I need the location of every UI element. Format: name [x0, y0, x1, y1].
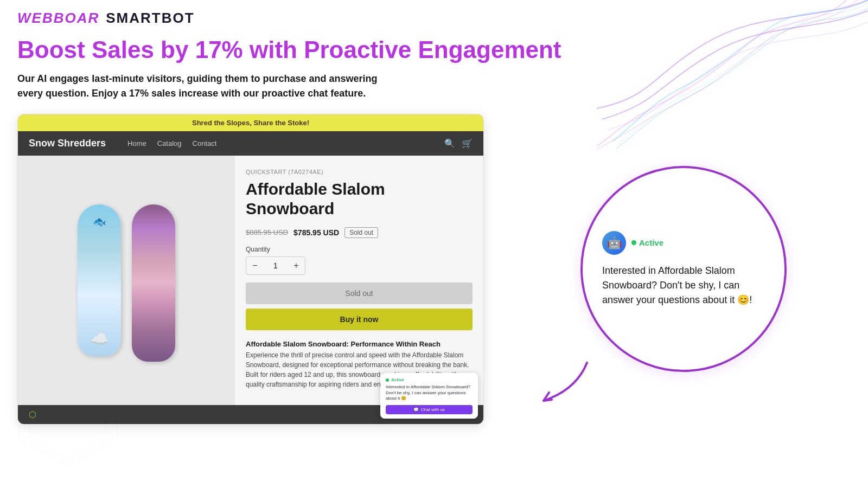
quantity-decrease-button[interactable]: − — [246, 257, 264, 274]
store-nav: Snow Shredders Home Catalog Contact 🔍 🛒 — [18, 131, 483, 156]
buy-now-button[interactable]: Buy it now — [246, 309, 473, 330]
snowboard-1-top-deco: 🐟 — [93, 215, 106, 228]
active-label: Active — [639, 238, 663, 247]
logo-smartbot: SMARTBOT — [106, 10, 194, 27]
quantity-control: − 1 + — [246, 256, 305, 275]
quantity-increase-button[interactable]: + — [288, 257, 305, 274]
price-current: $785.95 USD — [293, 228, 339, 237]
mini-active-text: Active — [391, 377, 404, 382]
store-logo: Snow Shredders — [29, 138, 106, 149]
product-title: Affordable Slalom Snowboard — [246, 179, 473, 219]
snowboard-1-bottom-deco: ☁️ — [90, 330, 109, 348]
main-content: Shred the Slopes, Share the Stoke! Snow … — [0, 114, 868, 425]
snowboard-1: 🐟 ☁️ — [78, 204, 121, 356]
mini-chat-widget[interactable]: Active Interested in Affordable Slalom S… — [380, 373, 478, 418]
mini-chat-button[interactable]: 💬 Chat with us — [386, 405, 473, 414]
nav-contact[interactable]: Contact — [193, 139, 217, 147]
price-row: $885.95 USD $785.95 USD Sold out — [246, 227, 473, 238]
mini-chat-active-row: Active — [386, 377, 473, 382]
chat-panel: 🤖 Active Interested in Affordable Slalom… — [516, 114, 851, 425]
nav-catalog[interactable]: Catalog — [157, 139, 182, 147]
product-desc-title: Affordable Slalom Snowboard: Performance… — [246, 340, 473, 348]
hero-description: Our AI engages last-minute visitors, gui… — [17, 72, 397, 101]
product-sku: QUICKSTART (7A0274AE) — [246, 169, 473, 175]
active-dot — [631, 240, 636, 245]
snowboard-2 — [132, 199, 175, 362]
chat-avatar: 🤖 — [602, 231, 626, 255]
product-images: 🐟 ☁️ — [18, 156, 235, 405]
chat-icon-small: 💬 — [413, 407, 419, 412]
chat-bubble-circle: 🤖 Active Interested in Affordable Slalom… — [580, 166, 787, 372]
store-mockup: Shred the Slopes, Share the Stoke! Snow … — [17, 114, 484, 425]
store-product: 🐟 ☁️ QUICKSTART (7A0274AE) Affordable Sl… — [18, 156, 483, 405]
store-nav-icons: 🔍 🛒 — [444, 138, 473, 149]
chat-header-row: 🤖 Active — [602, 231, 663, 255]
price-original: $885.95 USD — [246, 228, 288, 236]
quantity-value: 1 — [264, 261, 288, 270]
quantity-label: Quantity — [246, 246, 473, 253]
logo-webboar: WEBBOAR — [17, 10, 99, 27]
sold-out-button: Sold out — [246, 282, 473, 304]
product-details: QUICKSTART (7A0274AE) Affordable Slalom … — [235, 156, 483, 405]
store-announcement: Shred the Slopes, Share the Stoke! — [18, 114, 483, 131]
mini-chat-message: Interested in Affordable Slalom Snowboar… — [386, 384, 473, 401]
arrow-decoration — [533, 357, 598, 414]
search-icon[interactable]: 🔍 — [444, 138, 455, 149]
chat-active-indicator: Active — [631, 238, 663, 247]
cart-icon[interactable]: 🛒 — [462, 138, 473, 149]
mini-active-dot — [386, 378, 389, 382]
mini-chat-button-label: Chat with us — [421, 407, 445, 412]
sold-out-badge: Sold out — [344, 227, 378, 238]
chat-message: Interested in Affordable Slalom Snowboar… — [602, 264, 765, 307]
nav-home[interactable]: Home — [127, 139, 146, 147]
shopify-icon: ⬡ — [29, 409, 36, 420]
store-nav-links: Home Catalog Contact — [127, 139, 431, 147]
avatar-emoji: 🤖 — [607, 236, 622, 250]
